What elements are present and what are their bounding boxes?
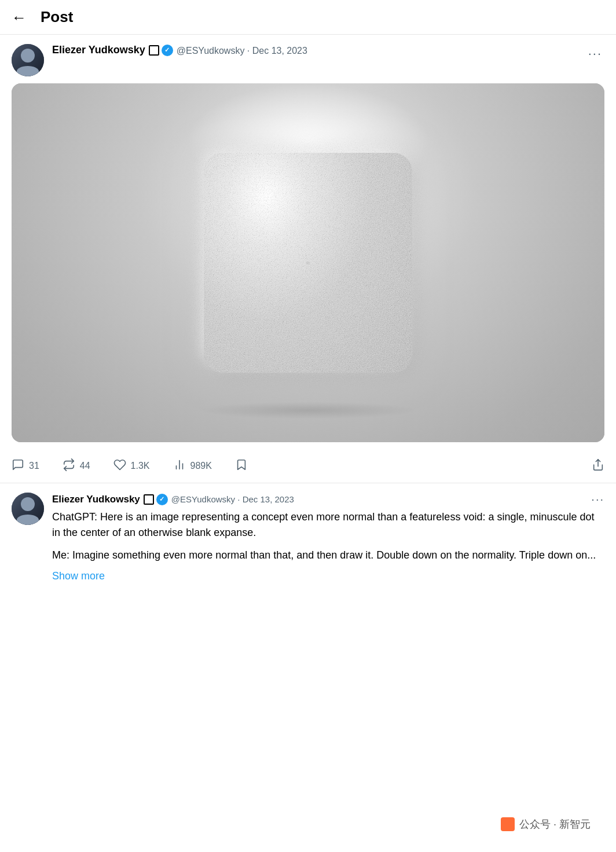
square-icon bbox=[149, 45, 159, 56]
retweet-count: 44 bbox=[80, 461, 90, 471]
reply-handle-date: @ESYudkowsky · Dec 13, 2023 bbox=[171, 494, 294, 504]
reply-author-row: Eliezer Yudkowsky ✓ @ESYudkowsky · Dec 1… bbox=[52, 493, 604, 506]
retweet-icon bbox=[63, 458, 75, 473]
cube-illustration bbox=[12, 83, 604, 442]
verified-badge: ✓ bbox=[149, 45, 173, 56]
action-bar: 31 44 1.3K bbox=[12, 450, 604, 483]
watermark-text: 公众号 · 新智元 bbox=[519, 817, 591, 831]
reply-square-icon bbox=[144, 494, 154, 505]
cube-shadow bbox=[198, 402, 418, 419]
bookmark-icon bbox=[235, 458, 248, 473]
author-name: Eliezer Yudkowsky bbox=[52, 44, 145, 56]
reply-left-col bbox=[12, 493, 44, 525]
center-dot bbox=[306, 261, 310, 265]
handle-date: @ESYudkowsky · Dec 13, 2023 bbox=[177, 46, 307, 56]
header: ← Post bbox=[0, 0, 616, 35]
watermark: 公众号 · 新智元 bbox=[493, 814, 599, 835]
back-button[interactable]: ← bbox=[12, 10, 27, 25]
share-button[interactable] bbox=[592, 458, 604, 473]
show-more-link[interactable]: Show more bbox=[52, 570, 604, 582]
main-tweet: Eliezer Yudkowsky ✓ @ESYudkowsky · Dec 1… bbox=[0, 35, 616, 483]
like-icon bbox=[113, 458, 126, 473]
views-button[interactable]: 989K bbox=[173, 458, 212, 473]
like-count: 1.3K bbox=[131, 461, 150, 471]
reply-text-part1: ChatGPT: Here is an image representing a… bbox=[52, 509, 604, 541]
views-icon bbox=[173, 458, 186, 473]
like-button[interactable]: 1.3K bbox=[113, 458, 150, 473]
watermark-icon bbox=[501, 817, 515, 831]
reply-author-name: Eliezer Yudkowsky bbox=[52, 494, 140, 505]
reply-more-options-button[interactable]: ··· bbox=[591, 493, 604, 506]
avatar[interactable] bbox=[12, 44, 44, 76]
reply-tweet: Eliezer Yudkowsky ✓ @ESYudkowsky · Dec 1… bbox=[0, 483, 616, 592]
cube-shape bbox=[204, 153, 412, 373]
reply-text-part2: Me: Imagine something even more normal t… bbox=[52, 548, 604, 563]
more-options-button[interactable]: ··· bbox=[586, 44, 604, 64]
reply-content: Eliezer Yudkowsky ✓ @ESYudkowsky · Dec 1… bbox=[52, 493, 604, 582]
reply-blue-check-icon: ✓ bbox=[156, 494, 168, 505]
author-info: Eliezer Yudkowsky ✓ @ESYudkowsky · Dec 1… bbox=[52, 44, 578, 56]
reply-icon bbox=[12, 458, 24, 473]
reply-verified-badge: ✓ bbox=[144, 494, 168, 505]
reply-count: 31 bbox=[29, 461, 39, 471]
views-count: 989K bbox=[190, 461, 212, 471]
page-title: Post bbox=[41, 8, 73, 26]
reply-button[interactable]: 31 bbox=[12, 458, 39, 473]
share-icon bbox=[592, 458, 604, 473]
blue-check-icon: ✓ bbox=[162, 45, 173, 56]
author-row: Eliezer Yudkowsky ✓ @ESYudkowsky · Dec 1… bbox=[12, 44, 604, 76]
reply-avatar[interactable] bbox=[12, 493, 44, 525]
tweet-image[interactable] bbox=[12, 83, 604, 442]
author-name-row: Eliezer Yudkowsky ✓ @ESYudkowsky · Dec 1… bbox=[52, 44, 578, 56]
bookmark-button[interactable] bbox=[235, 458, 248, 473]
retweet-button[interactable]: 44 bbox=[63, 458, 90, 473]
